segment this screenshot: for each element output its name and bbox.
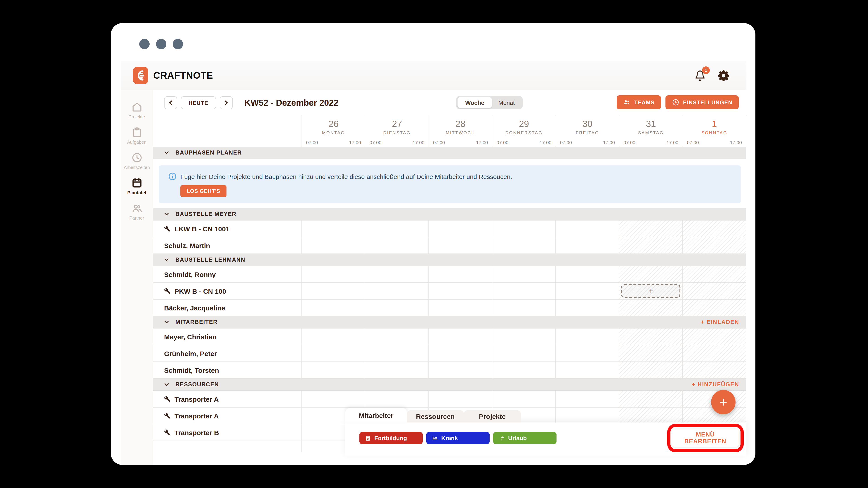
- section-header-bauphasen-planer[interactable]: BAUPHASEN PLANER: [153, 147, 746, 159]
- section-action-link[interactable]: + HINZUFÜGEN: [692, 381, 739, 388]
- schedule-cell[interactable]: [365, 391, 429, 407]
- schedule-cell[interactable]: [619, 300, 683, 316]
- home-icon: [131, 101, 143, 113]
- schedule-cell[interactable]: [556, 221, 619, 237]
- section-action-link[interactable]: + EINLADEN: [701, 319, 739, 325]
- schedule-cell[interactable]: [365, 362, 429, 378]
- schedule-cell[interactable]: [429, 362, 492, 378]
- schedule-cell[interactable]: [365, 283, 429, 299]
- schedule-cell[interactable]: [492, 345, 556, 361]
- tab-mitarbeiter[interactable]: Mitarbeiter: [345, 408, 407, 422]
- schedule-cell[interactable]: [302, 345, 365, 361]
- sidebar-item-plantafel[interactable]: Plantafel: [121, 177, 153, 195]
- add-fab-button[interactable]: +: [711, 390, 736, 414]
- schedule-cell[interactable]: [302, 391, 365, 407]
- schedule-cell[interactable]: [556, 362, 619, 378]
- schedule-cell[interactable]: [365, 345, 429, 361]
- chevron-down-icon[interactable]: [164, 383, 169, 386]
- schedule-cell[interactable]: [556, 283, 619, 299]
- schedule-cell[interactable]: +: [619, 283, 683, 299]
- chevron-down-icon[interactable]: [164, 320, 169, 324]
- section-header-mitarbeiter[interactable]: MITARBEITER+ EINLADEN: [153, 316, 746, 328]
- schedule-cell[interactable]: [429, 391, 492, 407]
- schedule-cell[interactable]: [619, 237, 683, 254]
- view-toggle-option-monat[interactable]: Monat: [492, 97, 521, 108]
- schedule-cell[interactable]: [619, 362, 683, 378]
- schedule-cell[interactable]: [365, 237, 429, 254]
- schedule-cell[interactable]: [556, 266, 619, 283]
- los-gehts-button[interactable]: LOS GEHT'S: [180, 185, 226, 197]
- section-header-baustelle-meyer[interactable]: BAUSTELLE MEYER: [153, 208, 746, 221]
- schedule-cell[interactable]: [302, 300, 365, 316]
- schedule-cell[interactable]: [556, 300, 619, 316]
- schedule-cell[interactable]: [619, 328, 683, 345]
- schedule-cell[interactable]: [556, 391, 619, 407]
- schedule-cell[interactable]: [619, 391, 683, 407]
- schedule-cell[interactable]: [619, 266, 683, 283]
- prev-week-button[interactable]: [164, 96, 177, 109]
- chip-krank[interactable]: Krank: [426, 432, 490, 444]
- schedule-cell[interactable]: [492, 391, 556, 407]
- schedule-cell[interactable]: [429, 221, 492, 237]
- chip-urlaub[interactable]: Urlaub: [493, 432, 557, 444]
- sidebar-item-aufgaben[interactable]: Aufgaben: [121, 127, 153, 144]
- schedule-cell[interactable]: [429, 266, 492, 283]
- schedule-cell[interactable]: [365, 221, 429, 237]
- schedule-cell[interactable]: [429, 283, 492, 299]
- einstellungen-button[interactable]: EINSTELLUNGEN: [665, 95, 739, 109]
- schedule-cell[interactable]: [683, 221, 746, 237]
- schedule-cell[interactable]: [492, 362, 556, 378]
- chip-fortbildung[interactable]: Fortbildung: [360, 432, 423, 444]
- notifications-bell-icon[interactable]: 1: [694, 70, 706, 81]
- schedule-cell[interactable]: [492, 266, 556, 283]
- schedule-cell[interactable]: [619, 345, 683, 361]
- add-entry-cell[interactable]: +: [621, 284, 681, 298]
- schedule-cell[interactable]: [556, 237, 619, 254]
- view-toggle-option-woche[interactable]: Woche: [458, 97, 492, 108]
- section-header-ressourcen[interactable]: RESSOURCEN+ HINZUFÜGEN: [153, 379, 746, 391]
- sidebar-item-projekte[interactable]: Projekte: [121, 101, 153, 119]
- schedule-cell[interactable]: [365, 266, 429, 283]
- schedule-cell[interactable]: [556, 345, 619, 361]
- schedule-cell[interactable]: [556, 328, 619, 345]
- schedule-cell[interactable]: [365, 300, 429, 316]
- chevron-down-icon[interactable]: [164, 258, 169, 262]
- toolbar-buttons: TEAMS EINSTELLUNGEN: [617, 95, 739, 109]
- schedule-cell[interactable]: [683, 283, 746, 299]
- schedule-cell[interactable]: [683, 266, 746, 283]
- schedule-cell[interactable]: [302, 328, 365, 345]
- schedule-cell[interactable]: [302, 283, 365, 299]
- schedule-cell[interactable]: [619, 221, 683, 237]
- schedule-cell[interactable]: [492, 221, 556, 237]
- chevron-down-icon[interactable]: [164, 151, 169, 155]
- next-week-button[interactable]: [219, 96, 232, 109]
- tab-projekte[interactable]: Projekte: [464, 410, 521, 422]
- schedule-cell[interactable]: [302, 221, 365, 237]
- schedule-cell[interactable]: [683, 362, 746, 378]
- schedule-cell[interactable]: [429, 237, 492, 254]
- schedule-cell[interactable]: [302, 362, 365, 378]
- schedule-cell[interactable]: [492, 237, 556, 254]
- schedule-cell[interactable]: [302, 237, 365, 254]
- schedule-cell[interactable]: [365, 328, 429, 345]
- edit-menu-button[interactable]: MENÜ BEARBEITEN: [671, 429, 739, 447]
- schedule-cell[interactable]: [492, 300, 556, 316]
- schedule-cell[interactable]: [683, 300, 746, 316]
- schedule-cell[interactable]: [429, 345, 492, 361]
- chevron-down-icon[interactable]: [164, 213, 169, 216]
- settings-gear-icon[interactable]: [718, 70, 729, 81]
- teams-button[interactable]: TEAMS: [617, 95, 661, 109]
- schedule-cell[interactable]: [429, 328, 492, 345]
- sidebar-item-arbeitszeiten[interactable]: Arbeitszeiten: [121, 152, 153, 170]
- schedule-cell[interactable]: [492, 283, 556, 299]
- schedule-cell[interactable]: [683, 328, 746, 345]
- tab-ressourcen[interactable]: Ressourcen: [407, 410, 464, 422]
- section-header-baustelle-lehmann[interactable]: BAUSTELLE LEHMANN: [153, 254, 746, 266]
- schedule-cell[interactable]: [683, 345, 746, 361]
- schedule-cell[interactable]: [429, 300, 492, 316]
- schedule-cell[interactable]: [302, 266, 365, 283]
- schedule-cell[interactable]: [492, 328, 556, 345]
- sidebar-item-partner[interactable]: Partner: [121, 202, 153, 221]
- schedule-cell[interactable]: [683, 237, 746, 254]
- today-button[interactable]: HEUTE: [181, 96, 216, 109]
